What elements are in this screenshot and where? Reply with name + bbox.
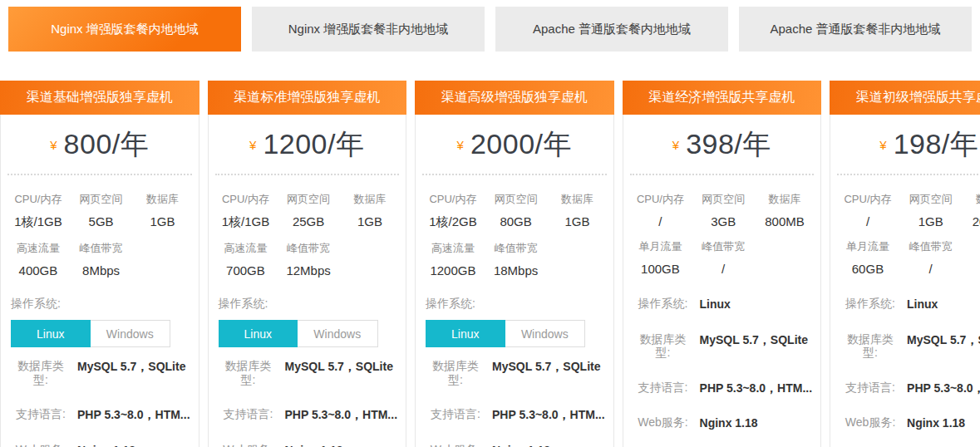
currency-symbol: ¥: [672, 138, 679, 152]
detail-os: 操作系统: Linux: [623, 297, 821, 312]
detail-os: 操作系统: Linux: [830, 297, 980, 312]
detail-webserver: Web服务: Nginx 1.18: [1, 443, 199, 447]
spec-traffic: 单月流量 100GB: [638, 239, 682, 276]
detail-rows: 数据库类型: MySQL 5.7，SQLite 支持语言: PHP 5.3~8.…: [416, 359, 613, 447]
spec-database: 数据库 1GB: [146, 192, 179, 230]
detail-rows: 数据库类型: MySQL 5.7，SQLite 支持语言: PHP 5.3~8.…: [209, 359, 406, 447]
plan-price: ¥ 2000/年: [416, 115, 613, 174]
tab-nginx-enhanced-nonmainland[interactable]: Nginx 增强版套餐非内地地域: [252, 7, 485, 52]
os-option-windows[interactable]: Windows: [298, 320, 378, 347]
tab-apache-normal-mainland[interactable]: Apache 普通版套餐内地地域: [495, 7, 728, 52]
os-toggle: Linux Windows: [219, 320, 378, 347]
detail-webserver: Web服务: Nginx 1.18: [623, 415, 821, 430]
spec-bandwidth: 峰值带宽 /: [702, 239, 745, 276]
plan-card-4: 渠道经济增强版共享虚机 ¥ 398/年 CPU/内存 / 网页空间 3GB 数据…: [623, 81, 822, 447]
detail-languages: 支持语言: PHP 5.3~8.0，HTM...: [209, 407, 406, 422]
os-section: 操作系统:: [1, 288, 199, 312]
spec-bandwidth: 峰值带宽 /: [909, 239, 953, 276]
spec-cpu: CPU/内存 1核/2GB: [429, 192, 477, 230]
spec-webspace: 网页空间 3GB: [702, 192, 745, 228]
os-option-linux[interactable]: Linux: [219, 320, 298, 347]
detail-db-type: 数据库类型: MySQL 5.7，SQLite: [1, 359, 199, 386]
plan-card-2: 渠道标准增强版独享虚机 ¥ 1200/年 CPU/内存 1核/1GB 网页空间 …: [208, 81, 407, 447]
spec-grid: CPU/内存 1核/1GB 网页空间 25GB 数据库 1GB 高速流量 700…: [209, 175, 406, 288]
os-section: 操作系统:: [416, 288, 613, 312]
detail-rows: 操作系统: Linux 数据库类型: MySQL 5.7，SQLite 支持语言…: [830, 297, 980, 447]
spec-cpu: CPU/内存 1核/1GB: [14, 192, 62, 230]
os-section: 操作系统:: [209, 288, 406, 312]
detail-db-type: 数据库类型: MySQL 5.7，SQLite: [830, 332, 980, 360]
spec-database: 数据库 200MB: [973, 192, 980, 228]
detail-webserver: Web服务: Nginx 1.18: [830, 415, 980, 430]
plan-price: ¥ 198/年: [830, 115, 980, 174]
detail-webserver: Web服务: Nginx 1.18: [209, 443, 406, 447]
plan-title: 渠道高级增强版独享虚机: [415, 81, 614, 115]
spec-cpu: CPU/内存 1核/1GB: [222, 192, 270, 230]
detail-db-type: 数据库类型: MySQL 5.7，SQLite: [416, 359, 613, 386]
spec-traffic: 单月流量 60GB: [846, 239, 889, 276]
os-option-windows[interactable]: Windows: [91, 320, 171, 347]
os-option-windows[interactable]: Windows: [505, 320, 586, 347]
detail-webserver: Web服务: Nginx 1.18: [416, 443, 613, 447]
plan-title: 渠道标准增强版独享虚机: [208, 81, 407, 115]
os-label: 操作系统:: [219, 297, 268, 310]
detail-languages: 支持语言: PHP 5.3~8.0，HTM...: [1, 407, 199, 422]
os-toggle: Linux Windows: [426, 320, 585, 347]
currency-symbol: ¥: [457, 138, 464, 152]
tab-apache-normal-nonmainland[interactable]: Apache 普通版套餐非内地地域: [739, 7, 972, 52]
spec-bandwidth: 峰值带宽 8Mbps: [80, 241, 123, 278]
os-label: 操作系统:: [11, 297, 61, 310]
os-option-linux[interactable]: Linux: [426, 320, 505, 347]
plan-tab-bar: Nginx 增强版套餐内地地域 Nginx 增强版套餐非内地地域 Apache …: [0, 0, 980, 52]
detail-languages: 支持语言: PHP 5.3~8.0，HTM...: [416, 407, 613, 422]
spec-grid: CPU/内存 1核/1GB 网页空间 5GB 数据库 1GB 高速流量 400G…: [1, 175, 199, 288]
os-toggle: Linux Windows: [11, 320, 170, 347]
spec-bandwidth: 峰值带宽 12Mbps: [286, 241, 330, 278]
spec-database: 数据库 1GB: [353, 192, 386, 230]
currency-symbol: ¥: [50, 138, 57, 152]
detail-db-type: 数据库类型: MySQL 5.7，SQLite: [623, 332, 821, 360]
plan-title: 渠道初级增强版共享虚机: [830, 81, 980, 115]
spec-webspace: 网页空间 5GB: [80, 192, 123, 230]
plan-price: ¥ 398/年: [623, 115, 821, 174]
spec-webspace: 网页空间 1GB: [909, 192, 953, 228]
plan-price: ¥ 1200/年: [209, 115, 406, 174]
detail-languages: 支持语言: PHP 5.3~8.0，HTM...: [830, 381, 980, 395]
price-amount: 1200/年: [263, 125, 364, 164]
spec-cpu: CPU/内存 /: [844, 192, 891, 228]
plan-card-1: 渠道基础增强版独享虚机 ¥ 800/年 CPU/内存 1核/1GB 网页空间 5…: [0, 81, 199, 447]
detail-rows: 操作系统: Linux 数据库类型: MySQL 5.7，SQLite 支持语言…: [623, 297, 821, 447]
plan-card-list: 渠道基础增强版独享虚机 ¥ 800/年 CPU/内存 1核/1GB 网页空间 5…: [0, 81, 980, 447]
detail-languages: 支持语言: PHP 5.3~8.0，HTM...: [623, 381, 821, 395]
spec-traffic: 高速流量 700GB: [224, 241, 267, 278]
spec-grid: CPU/内存 / 网页空间 3GB 数据库 800MB 单月流量 100GB 峰…: [623, 175, 821, 287]
plan-title: 渠道基础增强版独享虚机: [0, 81, 199, 115]
spec-webspace: 网页空间 80GB: [495, 192, 538, 230]
os-label: 操作系统:: [426, 297, 475, 310]
detail-db-type: 数据库类型: MySQL 5.7，SQLite: [209, 359, 406, 386]
plan-price: ¥ 800/年: [1, 115, 199, 174]
price-amount: 800/年: [64, 125, 150, 164]
spec-webspace: 网页空间 25GB: [287, 192, 330, 230]
spec-grid: CPU/内存 / 网页空间 1GB 数据库 200MB 单月流量 60GB 峰值…: [830, 175, 980, 287]
spec-traffic: 高速流量 400GB: [17, 241, 60, 278]
detail-rows: 数据库类型: MySQL 5.7，SQLite 支持语言: PHP 5.3~8.…: [1, 359, 199, 447]
plan-card-5: 渠道初级增强版共享虚机 ¥ 198/年 CPU/内存 / 网页空间 1GB 数据…: [830, 81, 980, 447]
spec-bandwidth: 峰值带宽 18Mbps: [494, 241, 538, 278]
currency-symbol: ¥: [879, 138, 886, 152]
tab-nginx-enhanced-mainland[interactable]: Nginx 增强版套餐内地地域: [8, 7, 241, 52]
spec-traffic: 高速流量 1200GB: [430, 241, 475, 278]
plan-card-3: 渠道高级增强版独享虚机 ¥ 2000/年 CPU/内存 1核/2GB 网页空间 …: [415, 81, 614, 447]
os-option-linux[interactable]: Linux: [11, 320, 91, 347]
price-amount: 198/年: [894, 125, 979, 164]
spec-database: 数据库 1GB: [561, 192, 593, 230]
price-amount: 2000/年: [470, 125, 572, 164]
price-amount: 398/年: [686, 125, 771, 164]
spec-grid: CPU/内存 1核/2GB 网页空间 80GB 数据库 1GB 高速流量 120…: [416, 175, 613, 288]
currency-symbol: ¥: [249, 138, 256, 152]
spec-database: 数据库 800MB: [765, 192, 805, 228]
spec-cpu: CPU/内存 /: [637, 192, 684, 228]
plan-title: 渠道经济增强版共享虚机: [623, 81, 822, 115]
